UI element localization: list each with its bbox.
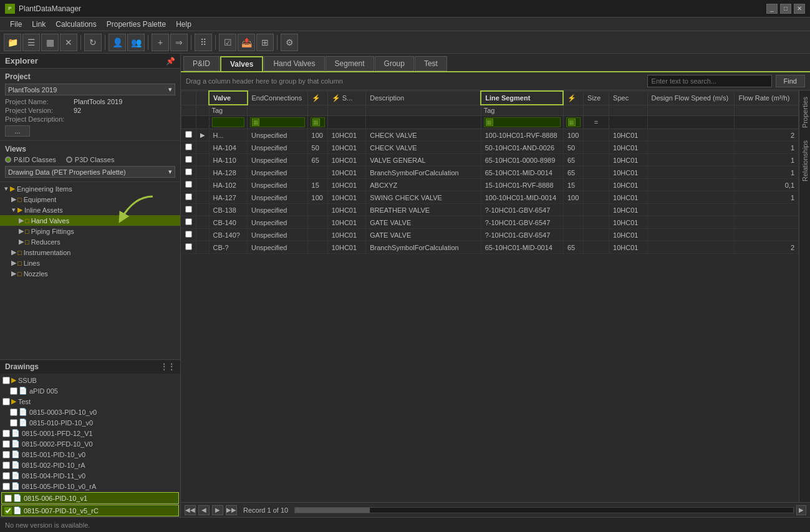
menu-calculations[interactable]: Calculations [51, 19, 101, 30]
radio-p3d-classes[interactable]: P3D Classes [66, 156, 115, 163]
nav-next-button[interactable]: ▶ [212, 505, 223, 515]
tab-group[interactable]: Group [375, 56, 414, 71]
drawings-item-0815-0003[interactable]: 📄 0815-0003-PID-10_v0 [0, 407, 180, 417]
tb-user-button[interactable]: 👤 [108, 34, 126, 51]
tree-item-lines[interactable]: ▶ □ Lines [0, 258, 180, 268]
drawings-item-ssub[interactable]: ▶ SSUB [0, 375, 180, 385]
views-dropdown[interactable]: Drawing Data (PET Properties Palette) ▾ [5, 166, 175, 178]
nav-first-button[interactable]: ◀◀ [185, 505, 196, 515]
drawings-item-0815-004[interactable]: 📄 0815-004-PID-11_v0 [0, 470, 180, 481]
drawings-item-0815-0002[interactable]: 📄 0815-0002-PFD-10_V0 [0, 438, 180, 449]
drawings-item-0815-010[interactable]: 📄 0815-010-PID-10_v0 [0, 417, 180, 428]
checkbox-apid005[interactable] [10, 387, 17, 395]
checkbox-0002[interactable] [2, 440, 10, 448]
tb-list-button[interactable]: ☰ [22, 34, 40, 51]
drawings-item-0815-007[interactable]: 📄 0815-007-PID-10_v5_rC [1, 505, 179, 516]
col-segf[interactable]: ⚡ [563, 91, 583, 105]
table-row[interactable]: CB-?Unspecified10HC01BranchSymbolForCalc… [181, 241, 799, 254]
tb-export-button[interactable]: 📤 [238, 34, 255, 51]
col-spec[interactable]: Spec [609, 91, 648, 105]
close-button[interactable]: ✕ [794, 4, 805, 14]
drawings-item-0815-005[interactable]: 📄 0815-005-PID-10_v0_rA [0, 481, 180, 491]
checkbox-ssub[interactable] [2, 377, 10, 384]
tree-item-nozzles[interactable]: ▶ □ Nozzles [0, 268, 180, 279]
table-row[interactable]: HA-104Unspecified5010HC01CHECK VALVE50-1… [181, 142, 799, 154]
col-segtag2[interactable]: Tag [481, 105, 563, 116]
project-desc-btn[interactable]: ... [5, 125, 30, 137]
tree-item-piping-fittings[interactable]: ▶ □ Piping Fittings [0, 226, 180, 236]
splitter-icon[interactable]: ⋮⋮ [160, 362, 175, 371]
checkbox-007[interactable] [4, 507, 12, 515]
tab-valves[interactable]: Valves [220, 56, 263, 72]
pin-icon[interactable]: 📌 [166, 57, 175, 65]
col-flowspeed[interactable]: Design Flow Speed (m/s) [647, 91, 735, 105]
radio-pid-classes[interactable]: P&ID Classes [5, 156, 56, 163]
drawings-item-0815-0001[interactable]: 📄 0815-0001-PFD-12_V1 [0, 428, 180, 438]
tab-hand-valves[interactable]: Hand Valves [264, 56, 324, 71]
checkbox-test[interactable] [2, 398, 10, 405]
maximize-button[interactable]: □ [780, 4, 791, 14]
filter-segf[interactable]: ▦ [566, 117, 581, 127]
tb-table-button[interactable]: ⊞ [256, 34, 274, 51]
drawings-item-test[interactable]: ▶ Test [0, 396, 180, 407]
filter-tag[interactable] [212, 117, 245, 127]
search-input[interactable] [647, 75, 772, 87]
drawings-item-apid005[interactable]: 📄 aPID 005 [0, 385, 180, 396]
tb-add-button[interactable]: + [152, 34, 169, 51]
checkbox-004[interactable] [2, 472, 10, 480]
filter-endconn[interactable]: ▦ [250, 117, 305, 127]
table-row[interactable]: HA-127Unspecified10010HC01SWING CHECK VA… [181, 191, 799, 204]
project-dropdown[interactable]: PlantTools 2019 ▾ [5, 84, 175, 95]
tb-settings-button[interactable]: ⚙ [281, 34, 298, 51]
tree-item-hand-valves[interactable]: ▶ □ Hand Valves [0, 215, 180, 226]
drawings-item-0815-006[interactable]: 📄 0815-006-PID-10_v1 [1, 492, 179, 504]
tree-item-instrumentation[interactable]: ▶ □ Instrumentation [0, 247, 180, 258]
checkbox-001[interactable] [2, 451, 10, 458]
tb-move-button[interactable]: ⇒ [170, 34, 188, 51]
nav-scrollbar[interactable] [294, 507, 794, 513]
col-tag[interactable]: Valve [209, 91, 248, 105]
col-segtag[interactable]: Line Segment [481, 91, 563, 105]
tb-users-button[interactable]: 👥 [127, 34, 145, 51]
find-button[interactable]: Find [776, 75, 805, 87]
tab-test[interactable]: Test [415, 56, 447, 71]
tree-item-equipment[interactable]: ▶ □ Equipment [0, 194, 180, 205]
col-desc[interactable]: Description [366, 91, 481, 105]
menu-link[interactable]: Link [27, 19, 51, 30]
table-row[interactable]: CB-140Unspecified10HC01GATE VALVE?-10HC0… [181, 216, 799, 229]
tb-check-button[interactable]: ☑ [219, 34, 236, 51]
col-f1[interactable]: ⚡ [307, 91, 327, 105]
col-f2[interactable]: ⚡ S... [327, 91, 366, 105]
col-flowrate[interactable]: Flow Rate (m³/h) [735, 91, 799, 105]
filter-segtag[interactable]: ▦ [484, 117, 561, 127]
tb-close-button[interactable]: ✕ [60, 34, 77, 51]
filter-f1[interactable]: ▦ [311, 117, 325, 127]
tb-grid-button[interactable]: ▦ [41, 34, 59, 51]
tree-item-reducers[interactable]: ▶ □ Reducers [0, 236, 180, 247]
tree-item-inline-assets[interactable]: ▾ ▶ Inline Assets [0, 205, 180, 215]
tab-pid[interactable]: P&ID [183, 56, 219, 71]
drawings-item-0815-001[interactable]: 📄 0815-001-PID-10_v0 [0, 449, 180, 460]
table-row[interactable]: HA-110Unspecified6510HC01VALVE GENERAL65… [181, 154, 799, 167]
minimize-button[interactable]: _ [766, 4, 778, 14]
col-endconn[interactable]: EndConnections [248, 91, 308, 105]
nav-prev-button[interactable]: ◀ [198, 505, 210, 515]
checkbox-0003[interactable] [10, 409, 17, 416]
tree-item-engineering-items[interactable]: ▾ ▶ Engineering Items [0, 183, 180, 194]
col-tag2[interactable]: Tag [209, 105, 248, 116]
nav-scroll-right[interactable]: ▶ [796, 505, 806, 515]
drawings-item-0815-002[interactable]: 📄 0815-002-PID-10_rA [0, 460, 180, 470]
table-row[interactable]: ▶H...Unspecified10010HC01CHECK VALVE100-… [181, 129, 799, 142]
table-row[interactable]: CB-138Unspecified10HC01BREATHER VALVE?-1… [181, 204, 799, 216]
menu-file[interactable]: File [5, 19, 27, 30]
tb-refresh-button[interactable]: ↻ [84, 34, 102, 51]
checkbox-005[interactable] [2, 483, 10, 490]
table-row[interactable]: CB-140?Unspecified10HC01GATE VALVE?-10HC… [181, 229, 799, 241]
table-row[interactable]: HA-128Unspecified10HC01BranchSymbolForCa… [181, 167, 799, 179]
table-row[interactable]: HA-102Unspecified1510HC01ABCXYZ15-10HC01… [181, 179, 799, 191]
col-size[interactable]: Size [584, 91, 609, 105]
checkbox-002[interactable] [2, 462, 10, 469]
nav-last-button[interactable]: ▶▶ [226, 505, 237, 515]
menu-help[interactable]: Help [171, 19, 196, 30]
tb-open-button[interactable]: 📁 [4, 34, 21, 51]
